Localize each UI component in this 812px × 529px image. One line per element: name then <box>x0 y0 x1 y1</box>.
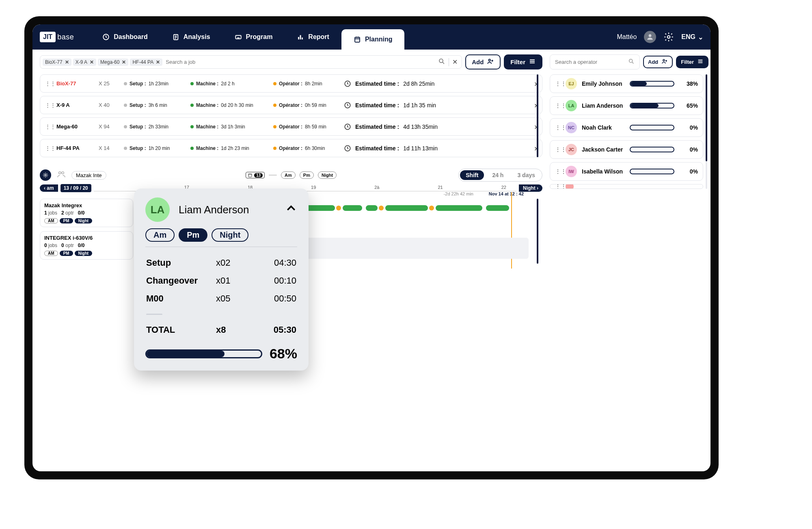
machine-card[interactable]: INTEGREX i-630V/60 jobs 0 optr 0/0AMPMNi… <box>40 231 133 260</box>
pill-am[interactable]: Am <box>145 228 175 242</box>
shift-pm[interactable]: PM <box>60 218 73 223</box>
prev-shift-button[interactable]: ‹ am <box>40 184 58 192</box>
scrollbar-thumb[interactable] <box>537 74 538 157</box>
job-chip[interactable]: Mega-60✕ <box>98 59 128 66</box>
gantt-bar[interactable] <box>385 205 428 211</box>
drag-handle-icon[interactable]: ⋮⋮ <box>555 168 561 175</box>
machine-card[interactable]: Mazak Integrex1 jobs 2 optr 0/0AMPMNight <box>40 199 133 227</box>
nav-dashboard[interactable]: Dashboard <box>90 24 160 50</box>
shift-am[interactable]: AM <box>44 218 58 223</box>
operator-name: Emily Johnson <box>582 80 625 87</box>
pill-pm[interactable]: Pm <box>179 228 207 242</box>
search-icon[interactable] <box>626 58 636 66</box>
filter-operators-button[interactable]: Filter <box>676 56 708 68</box>
drag-handle-icon[interactable]: ⋮⋮ <box>555 146 561 153</box>
shift-pill-night[interactable]: Night <box>318 171 337 179</box>
table-row-total: TOTALx805:30 <box>146 321 296 338</box>
job-name: X-9 A <box>56 102 93 108</box>
gantt-bar[interactable] <box>436 205 482 211</box>
shift-pill-pm[interactable]: Pm <box>300 171 314 179</box>
nav-label: Planning <box>365 36 393 43</box>
shift-am[interactable]: AM <box>44 251 58 256</box>
svg-rect-6 <box>355 37 360 42</box>
nav-report[interactable]: Report <box>285 24 341 50</box>
operator-row[interactable]: ⋮⋮IWIsabella Wilson0% <box>550 162 703 181</box>
job-chip[interactable]: X-9 A✕ <box>73 59 96 66</box>
gantt-bar[interactable] <box>366 205 378 211</box>
operator-name: Isabella Wilson <box>582 168 625 175</box>
shift-night[interactable]: Night <box>75 218 93 223</box>
search-icon[interactable] <box>436 58 447 67</box>
gantt-bar[interactable] <box>486 205 509 211</box>
shift-pm[interactable]: PM <box>60 251 73 256</box>
job-chip[interactable]: HF-44 PA✕ <box>130 59 162 66</box>
job-row[interactable]: ⋮⋮Mega-60X 94Setup : 2h 33minMachine : 3… <box>40 117 542 136</box>
logo[interactable]: JIT base <box>40 32 74 42</box>
shift-pill-am[interactable]: Am <box>281 171 296 179</box>
drag-handle-icon[interactable]: ⋮⋮ <box>555 102 561 109</box>
time-diff-label: -2d 22h 42 min <box>444 191 473 196</box>
drag-handle-icon[interactable]: ⋮⋮ <box>555 124 561 131</box>
view-24h[interactable]: 24 h <box>486 170 509 180</box>
drag-handle-icon[interactable]: ⋮⋮ <box>45 102 51 108</box>
operator-row[interactable]: ⋮⋮EJEmily Johnson38% <box>550 74 703 93</box>
close-icon[interactable]: ✕ <box>156 59 160 65</box>
scrollbar-thumb[interactable] <box>537 199 538 264</box>
gantt-bar[interactable] <box>304 205 335 211</box>
operator-row[interactable]: ⋮⋮ <box>550 184 703 189</box>
job-chip[interactable]: BioX-77✕ <box>43 59 71 66</box>
machine-filter-pill[interactable]: Mazak Inte <box>71 171 106 180</box>
operator-row[interactable]: ⋮⋮LALiam Anderson65% <box>550 96 703 115</box>
timeline-settings-button[interactable] <box>40 169 51 181</box>
calendar-icon <box>354 36 361 43</box>
operator-pct: 38% <box>679 80 698 87</box>
language-selector[interactable]: ENG ⌄ <box>681 33 703 41</box>
pill-night[interactable]: Night <box>212 228 248 242</box>
drag-handle-icon[interactable]: ⋮⋮ <box>45 80 51 87</box>
table-row: M00x0500:50 <box>146 290 296 307</box>
operator-search-input[interactable] <box>553 57 625 67</box>
machine-stats: 1 jobs 2 optr 0/0 <box>44 210 129 216</box>
add-job-button[interactable]: Add <box>465 54 501 69</box>
drag-handle-icon[interactable]: ⋮⋮ <box>555 80 561 87</box>
center-date-cluster: 13 Am Pm Night <box>246 171 337 179</box>
operator-row[interactable]: ⋮⋮NCNoah Clark0% <box>550 118 703 137</box>
drag-handle-icon[interactable]: ⋮⋮ <box>45 124 51 130</box>
job-row[interactable]: ⋮⋮X-9 AX 40Setup : 3h 6 minMachine : 0d … <box>40 96 542 114</box>
close-icon[interactable]: ✕ <box>122 59 126 65</box>
settings-button[interactable] <box>663 32 674 42</box>
clear-search-button[interactable]: ✕ <box>451 58 459 66</box>
view-shift[interactable]: Shift <box>460 170 484 180</box>
operator-row[interactable]: ⋮⋮JCJackson Carter0% <box>550 140 703 159</box>
job-row[interactable]: ⋮⋮HF-44 PAX 14Setup : 1h 20 minMachine :… <box>40 139 542 157</box>
clipboard-icon <box>172 33 179 41</box>
nav-analysis[interactable]: Analysis <box>160 24 222 50</box>
scrollbar-thumb[interactable] <box>706 74 707 161</box>
filter-jobs-button[interactable]: Filter <box>504 54 542 69</box>
drag-handle-icon[interactable]: ⋮⋮ <box>555 184 561 189</box>
drag-handle-icon[interactable]: ⋮⋮ <box>45 145 51 151</box>
gantt-bar[interactable] <box>379 206 384 210</box>
gantt-bar[interactable] <box>336 206 341 210</box>
date-badge[interactable]: 13 / 09 / 20 <box>60 184 91 192</box>
nav-program[interactable]: Program <box>222 24 285 50</box>
people-icon[interactable] <box>57 170 66 180</box>
avatar[interactable] <box>644 31 656 43</box>
calendar-icon[interactable]: 13 <box>246 172 265 178</box>
close-icon[interactable]: ✕ <box>65 59 69 65</box>
close-icon[interactable]: ✕ <box>90 59 94 65</box>
gantt-bar[interactable] <box>429 206 434 210</box>
gantt-bar[interactable] <box>343 205 362 211</box>
job-row[interactable]: ⋮⋮BioX-77X 25Setup : 1h 23minMachine : 2… <box>40 74 542 93</box>
setup-stat: Setup : 1h 23min <box>124 81 185 87</box>
chevron-up-icon[interactable] <box>285 202 297 217</box>
add-operator-button[interactable]: Add <box>643 56 673 68</box>
job-search-input[interactable] <box>164 57 435 67</box>
next-shift-button[interactable]: Night › <box>519 184 542 192</box>
job-chips-input[interactable]: BioX-77✕ X-9 A✕ Mega-60✕ HF-44 PA✕ ✕ <box>40 55 462 69</box>
estimated-time: Estimated time :2d 8h 25min <box>344 80 529 87</box>
shift-night[interactable]: Night <box>75 251 93 256</box>
view-3days[interactable]: 3 days <box>512 170 541 180</box>
nav-planning[interactable]: Planning <box>341 29 405 50</box>
menu-icon <box>697 58 704 66</box>
